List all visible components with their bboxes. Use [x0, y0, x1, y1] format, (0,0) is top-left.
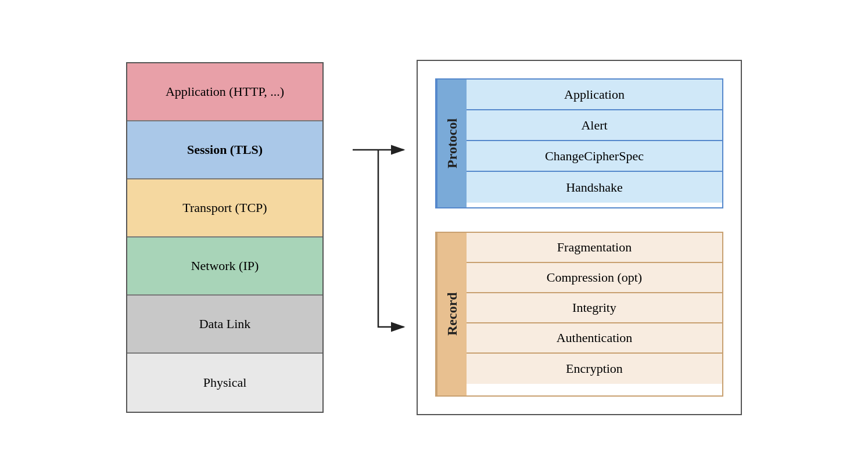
protocol-group: Protocol Application Alert ChangeCipherS… — [435, 78, 723, 208]
protocol-item-alert: Alert — [467, 110, 722, 141]
layer-datalink-label: Data Link — [199, 316, 251, 332]
layer-session-label: Session (TLS) — [187, 142, 263, 157]
record-items: Fragmentation Compression (opt) Integrit… — [467, 233, 722, 395]
protocol-item-application: Application — [467, 80, 722, 110]
protocol-items: Application Alert ChangeCipherSpec Hands… — [467, 80, 722, 207]
layer-transport: Transport (TCP) — [127, 179, 322, 238]
main-container: Application (HTTP, ...) Session (TLS) Tr… — [109, 42, 759, 433]
layer-network-label: Network (IP) — [191, 258, 259, 274]
layer-stack: Application (HTTP, ...) Session (TLS) Tr… — [126, 62, 324, 413]
record-item-integrity: Integrity — [467, 293, 722, 323]
arrows-svg — [353, 60, 411, 420]
layer-application-label: Application (HTTP, ...) — [166, 84, 284, 99]
protocol-label: Protocol — [436, 80, 467, 207]
protocol-item-changecipherspec: ChangeCipherSpec — [467, 141, 722, 172]
layer-session: Session (TLS) — [127, 121, 322, 179]
record-item-fragmentation: Fragmentation — [467, 233, 722, 263]
record-item-encryption: Encryption — [467, 354, 722, 384]
record-item-compression: Compression (opt) — [467, 263, 722, 293]
layer-datalink: Data Link — [127, 296, 322, 354]
layer-network: Network (IP) — [127, 238, 322, 296]
right-container: Protocol Application Alert ChangeCipherS… — [417, 60, 742, 415]
record-label: Record — [436, 233, 467, 395]
layer-physical-label: Physical — [203, 375, 247, 390]
protocol-item-handshake: Handshake — [467, 172, 722, 203]
record-item-authentication: Authentication — [467, 323, 722, 354]
layer-application: Application (HTTP, ...) — [127, 63, 322, 121]
record-group: Record Fragmentation Compression (opt) I… — [435, 232, 723, 397]
layer-physical: Physical — [127, 354, 322, 412]
layer-transport-label: Transport (TCP) — [182, 200, 267, 215]
